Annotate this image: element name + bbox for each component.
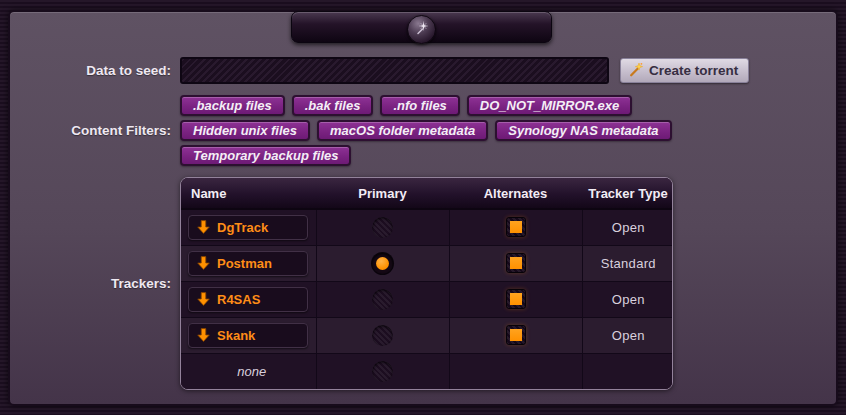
tracker-type-cell: Open bbox=[582, 209, 673, 245]
alternates-cell bbox=[449, 209, 582, 245]
trackers-table: Name Primary Alternates Tracker Type DgT… bbox=[181, 178, 673, 389]
data-to-seed-row: Data to seed: Create torrent bbox=[10, 57, 836, 84]
primary-cell bbox=[316, 317, 449, 353]
tracker-table-row: Postman Standard bbox=[181, 245, 673, 281]
tracker-link-button[interactable]: R4SAS bbox=[188, 287, 308, 312]
alternates-cell bbox=[449, 245, 582, 281]
create-torrent-header-bar bbox=[291, 11, 552, 43]
tracker-table-row: Skank Open bbox=[181, 317, 673, 353]
tracker-table-row: DgTrack Open bbox=[181, 209, 673, 245]
tracker-name-label: R4SAS bbox=[217, 292, 260, 307]
tracker-name-cell: Postman bbox=[181, 245, 316, 281]
magic-wand-sparkle-icon[interactable] bbox=[407, 15, 436, 44]
down-arrow-icon bbox=[197, 256, 210, 270]
alternates-cell bbox=[449, 317, 582, 353]
content-filters-label: Content Filters: bbox=[10, 123, 180, 138]
content-filter-button[interactable]: macOS folder metadata bbox=[317, 120, 488, 141]
content-filter-button[interactable]: .backup files bbox=[180, 95, 285, 116]
content-filter-button[interactable]: .bak files bbox=[292, 95, 374, 116]
content-filter-button[interactable]: DO_NOT_MIRROR.exe bbox=[467, 95, 632, 116]
tracker-type-label: Open bbox=[612, 292, 645, 307]
primary-cell bbox=[316, 353, 449, 389]
primary-radio[interactable] bbox=[372, 289, 393, 310]
tracker-name-label: DgTrack bbox=[217, 220, 268, 235]
down-arrow-icon bbox=[197, 220, 210, 234]
tracker-table-row: R4SAS Open bbox=[181, 281, 673, 317]
header-name: Name bbox=[181, 178, 316, 209]
alternate-checkbox[interactable] bbox=[506, 325, 526, 345]
tracker-name-label: Skank bbox=[217, 328, 255, 343]
down-arrow-icon bbox=[197, 328, 210, 342]
tracker-name-cell: none bbox=[181, 353, 316, 389]
primary-radio[interactable] bbox=[372, 361, 393, 382]
tracker-type-label: Open bbox=[612, 220, 645, 235]
tracker-type-cell: Open bbox=[582, 281, 673, 317]
header-alternates: Alternates bbox=[449, 178, 582, 209]
alternate-checkbox[interactable] bbox=[506, 289, 526, 309]
trackers-row: Trackers: Name Primary Alternates Tracke… bbox=[10, 177, 836, 390]
tracker-type-cell: Standard bbox=[582, 245, 673, 281]
tracker-link-button[interactable]: DgTrack bbox=[188, 215, 308, 240]
content-filter-button[interactable]: Temporary backup files bbox=[180, 145, 351, 166]
tracker-link-button[interactable]: Skank bbox=[188, 323, 308, 348]
tracker-table-row: none bbox=[181, 353, 673, 389]
main-panel: Data to seed: Create torrent Content Fil… bbox=[8, 10, 838, 406]
header-tracker-type: Tracker Type bbox=[582, 178, 673, 209]
primary-radio[interactable] bbox=[372, 217, 393, 238]
tracker-type-label: Open bbox=[612, 328, 645, 343]
primary-cell bbox=[316, 209, 449, 245]
tracker-name-cell: R4SAS bbox=[181, 281, 316, 317]
content-filter-button[interactable]: Hidden unix files bbox=[180, 120, 310, 141]
content-filters-group: .backup files.bak files.nfo filesDO_NOT_… bbox=[180, 95, 680, 166]
data-to-seed-label: Data to seed: bbox=[10, 63, 180, 78]
tracker-none-label: none bbox=[188, 364, 316, 379]
trackers-table-body: DgTrack Open Postman bbox=[181, 209, 673, 389]
alternates-cell bbox=[449, 353, 582, 389]
primary-cell bbox=[316, 245, 449, 281]
create-torrent-button[interactable]: Create torrent bbox=[620, 58, 749, 83]
create-torrent-screen: { "colors": { "accent_orange": "#ff9100"… bbox=[0, 0, 846, 415]
magic-wand-icon bbox=[628, 62, 644, 78]
tracker-type-label: Standard bbox=[601, 256, 656, 271]
tracker-type-cell: Open bbox=[582, 317, 673, 353]
primary-cell bbox=[316, 281, 449, 317]
alternate-checkbox[interactable] bbox=[506, 253, 526, 273]
tracker-link-button[interactable]: Postman bbox=[188, 251, 308, 276]
alternate-checkbox[interactable] bbox=[506, 217, 526, 237]
alternates-cell bbox=[449, 281, 582, 317]
trackers-table-wrap: Name Primary Alternates Tracker Type DgT… bbox=[180, 177, 673, 390]
header-primary: Primary bbox=[316, 178, 449, 209]
trackers-label: Trackers: bbox=[10, 276, 180, 291]
primary-radio[interactable] bbox=[372, 325, 393, 346]
content-filter-button[interactable]: .nfo files bbox=[380, 95, 459, 116]
primary-radio[interactable] bbox=[372, 253, 393, 274]
content-filter-button[interactable]: Synology NAS metadata bbox=[495, 120, 671, 141]
tracker-name-cell: Skank bbox=[181, 317, 316, 353]
down-arrow-icon bbox=[197, 292, 210, 306]
tracker-type-cell bbox=[582, 353, 673, 389]
data-to-seed-input[interactable] bbox=[180, 57, 609, 84]
tracker-name-label: Postman bbox=[217, 256, 272, 271]
create-torrent-label: Create torrent bbox=[649, 63, 738, 78]
tracker-name-cell: DgTrack bbox=[181, 209, 316, 245]
content-filters-row: Content Filters: .backup files.bak files… bbox=[10, 95, 836, 166]
table-header-row: Name Primary Alternates Tracker Type bbox=[181, 178, 673, 209]
